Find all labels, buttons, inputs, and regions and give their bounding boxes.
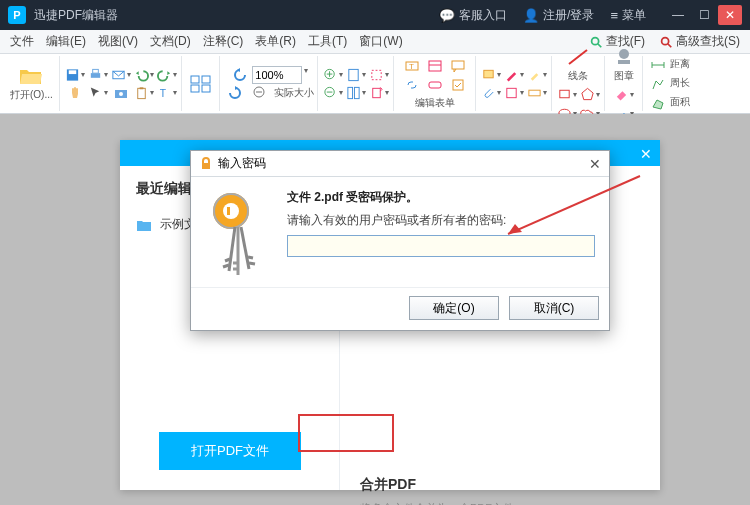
checkbox-icon <box>447 76 469 94</box>
area-label: 面积 <box>670 95 690 112</box>
edit-form-button[interactable]: T 编辑表单 <box>398 55 472 112</box>
svg-rect-27 <box>348 87 353 98</box>
clipboard-button[interactable]: ▾ <box>133 84 155 102</box>
distance-button[interactable] <box>647 56 669 74</box>
zoom-out-button[interactable] <box>249 84 271 102</box>
shape-button[interactable]: ▾ <box>503 84 525 102</box>
hand-tool-button[interactable] <box>64 84 86 102</box>
svg-rect-7 <box>92 69 98 73</box>
svg-rect-32 <box>429 61 441 71</box>
rotate-ccw-button[interactable] <box>229 66 251 84</box>
dialog-ok-button[interactable]: 确定(O) <box>409 296 499 320</box>
line-label: 线条 <box>568 69 588 83</box>
undo-button[interactable]: ▾ <box>133 66 155 84</box>
svg-rect-51 <box>227 207 230 215</box>
rectangle-button[interactable]: ▾ <box>556 85 578 103</box>
svg-rect-28 <box>354 87 359 98</box>
perimeter-button[interactable] <box>647 75 669 93</box>
customer-service-link[interactable]: 💬 客服入口 <box>439 7 507 24</box>
app-name: 迅捷PDF编辑器 <box>34 7 118 24</box>
main-menu-label: 菜单 <box>622 7 646 24</box>
svg-rect-34 <box>452 61 464 69</box>
zoom-select[interactable] <box>252 66 302 84</box>
svg-rect-38 <box>507 88 516 97</box>
svg-rect-16 <box>191 85 199 92</box>
snapshot-button[interactable] <box>110 84 132 102</box>
svg-rect-36 <box>453 80 463 90</box>
open-file-button[interactable]: 打开(O)... <box>7 64 56 104</box>
svg-rect-23 <box>349 69 358 80</box>
line-tool-button[interactable]: 线条 <box>563 45 593 85</box>
eraser-button[interactable]: ▾ <box>613 85 635 103</box>
toolbar-ribbon: 打开(O)... ▾ ▾ ▾ ▾ ▾ ▾ ▾ T▾ ▾ <box>0 54 750 114</box>
app-logo-icon: P <box>8 6 26 24</box>
open-pdf-button[interactable]: 打开PDF文件 <box>159 432 301 470</box>
main-menu-link[interactable]: ≡ 菜单 <box>610 7 646 24</box>
select-tool-button[interactable]: ▾ <box>87 84 109 102</box>
textbox-button[interactable]: ▾ <box>526 84 548 102</box>
advanced-find-button[interactable]: 高级查找(S) <box>653 31 746 52</box>
svg-point-50 <box>223 203 239 219</box>
crop-button[interactable]: ▾ <box>368 66 390 84</box>
login-label: 注册/登录 <box>543 7 594 24</box>
link-icon <box>401 76 423 94</box>
close-button[interactable]: ✕ <box>718 5 742 25</box>
svg-rect-35 <box>429 82 441 88</box>
save-button[interactable]: ▾ <box>64 66 86 84</box>
user-icon: 👤 <box>523 8 539 23</box>
document-grid-button[interactable] <box>186 72 216 96</box>
actual-size-label[interactable]: 实际大小 <box>274 86 314 100</box>
attachment-button[interactable]: ▾ <box>480 84 502 102</box>
svg-rect-48 <box>202 163 210 169</box>
menu-comment[interactable]: 注释(C) <box>197 31 250 52</box>
svg-text:T: T <box>409 62 414 71</box>
svg-line-40 <box>569 50 587 64</box>
menu-window[interactable]: 窗口(W) <box>353 31 408 52</box>
page-layout-button[interactable]: ▾ <box>345 84 367 102</box>
advanced-search-icon <box>659 35 673 49</box>
dialog-close-button[interactable]: ✕ <box>589 156 601 172</box>
note-button[interactable]: ▾ <box>480 66 502 84</box>
dialog-message-1: 文件 2.pdf 受密码保护。 <box>287 189 595 206</box>
panel-close-button[interactable]: ✕ <box>640 146 652 162</box>
password-input[interactable] <box>287 235 595 257</box>
merge-desc: 将多个文件合并为一个PDF文件 <box>360 500 530 505</box>
dialog-cancel-button[interactable]: 取消(C) <box>509 296 599 320</box>
menu-view[interactable]: 视图(V) <box>92 31 144 52</box>
maximize-button[interactable]: ☐ <box>692 5 716 25</box>
customer-service-label: 客服入口 <box>459 7 507 24</box>
polygon-button[interactable]: ▾ <box>579 85 601 103</box>
rotate-page-button[interactable]: ▾ <box>368 84 390 102</box>
reduce-button[interactable]: ▾ <box>322 84 344 102</box>
dialog-message-2: 请输入有效的用户密码或者所有者的密码: <box>287 212 595 229</box>
menu-form[interactable]: 表单(R) <box>249 31 302 52</box>
rotate-cw-button[interactable] <box>224 84 246 102</box>
menu-icon: ≡ <box>610 8 618 23</box>
menu-edit[interactable]: 编辑(E) <box>40 31 92 52</box>
merge-pdf-card[interactable]: 合并PDF 将多个文件合并为一个PDF文件 + <box>360 476 530 505</box>
title-bar: P 迅捷PDF编辑器 💬 客服入口 👤 注册/登录 ≡ 菜单 — ☐ ✕ <box>0 0 750 30</box>
svg-rect-12 <box>139 87 143 89</box>
menu-file[interactable]: 文件 <box>4 31 40 52</box>
highlight-button[interactable]: ▾ <box>526 66 548 84</box>
zoom-in-button[interactable]: ▾ <box>322 66 344 84</box>
stamp-button[interactable]: 图章 <box>609 45 639 85</box>
lock-icon <box>199 157 213 171</box>
button-icon <box>424 76 446 94</box>
area-button[interactable] <box>647 94 669 112</box>
menu-document[interactable]: 文档(D) <box>144 31 197 52</box>
email-button[interactable]: ▾ <box>110 66 132 84</box>
pencil-button[interactable]: ▾ <box>503 66 525 84</box>
redo-button[interactable]: ▾ <box>156 66 178 84</box>
login-link[interactable]: 👤 注册/登录 <box>523 7 594 24</box>
svg-rect-14 <box>191 76 199 83</box>
keys-icon <box>205 189 275 279</box>
dialog-title: 输入密码 <box>218 155 266 172</box>
menu-tools[interactable]: 工具(T) <box>302 31 353 52</box>
minimize-button[interactable]: — <box>666 5 690 25</box>
page-fit-button[interactable]: ▾ <box>345 66 367 84</box>
advanced-find-label: 高级查找(S) <box>676 33 740 50</box>
text-edit-button[interactable]: T▾ <box>156 84 178 102</box>
edit-form-label: 编辑表单 <box>415 96 455 110</box>
print-button[interactable]: ▾ <box>87 66 109 84</box>
